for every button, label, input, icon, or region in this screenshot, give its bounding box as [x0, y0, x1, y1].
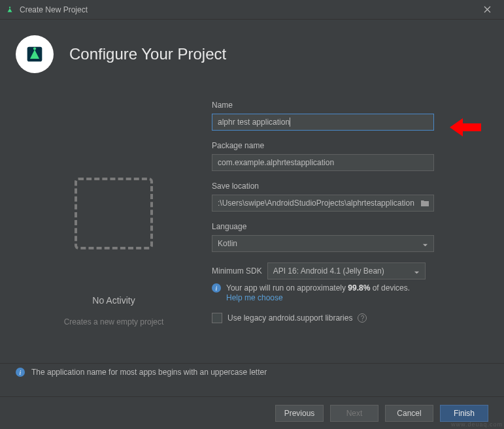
svg-point-1 [33, 47, 36, 50]
cancel-button[interactable]: Cancel [385, 405, 433, 422]
save-location-value: :\Users\swipe\AndroidStudioProjects\alph… [218, 199, 414, 208]
wizard-footer: Previous Next Cancel Finish [0, 396, 504, 429]
chevron-down-icon [414, 268, 420, 278]
minimum-sdk-label: Minimum SDK [212, 266, 262, 276]
save-location-label: Save location [212, 182, 488, 191]
language-value: Kotlin [218, 239, 237, 248]
package-input[interactable]: com.example.alphrtestapplication [212, 154, 434, 171]
package-input-value: com.example.alphrtestapplication [218, 158, 334, 167]
wizard-header: Configure Your Project [0, 20, 504, 93]
browse-folder-icon[interactable] [420, 198, 430, 208]
minimum-sdk-value: API 16: Android 4.1 (Jelly Bean) [273, 266, 384, 276]
activity-preview-placeholder [75, 178, 153, 249]
watermark-text: www.deuaq.com [451, 421, 503, 428]
name-input[interactable]: alphr test application [212, 114, 434, 131]
page-title: Configure Your Project [69, 45, 226, 63]
previous-button[interactable]: Previous [275, 405, 324, 422]
name-input-value: alphr test application [218, 118, 290, 127]
chevron-down-icon [422, 241, 428, 250]
language-select[interactable]: Kotlin [212, 235, 434, 252]
help-icon[interactable]: ? [358, 313, 367, 323]
info-icon: i [212, 283, 221, 293]
help-me-choose-link[interactable]: Help me choose [226, 293, 283, 302]
window-title: Create New Project [20, 5, 475, 14]
validation-hint-text: The application name for most apps begin… [31, 368, 267, 377]
form-pane: Name alphr test application Package name… [212, 93, 488, 326]
device-coverage-text: Your app will run on approximately 99.8%… [226, 283, 410, 293]
validation-hint-bar: i The application name for most apps beg… [0, 363, 504, 381]
close-button[interactable] [475, 1, 499, 19]
save-location-input[interactable]: :\Users\swipe\AndroidStudioProjects\alph… [212, 195, 434, 212]
legacy-support-label: Use legacy android.support libraries [227, 313, 352, 323]
package-label: Package name [212, 141, 488, 150]
minimum-sdk-select[interactable]: API 16: Android 4.1 (Jelly Bean) [267, 262, 426, 279]
activity-description: Creates a new empty project [64, 317, 164, 326]
text-caret [290, 118, 290, 127]
info-icon: i [16, 368, 25, 377]
name-label: Name [212, 101, 488, 110]
activity-name: No Activity [92, 295, 135, 306]
next-button: Next [330, 405, 378, 422]
android-studio-icon [5, 5, 14, 14]
activity-preview-pane: No Activity Creates a new empty project [16, 93, 212, 326]
legacy-support-checkbox[interactable] [212, 313, 222, 323]
android-studio-logo [16, 35, 54, 73]
language-label: Language [212, 222, 488, 231]
finish-button[interactable]: Finish [440, 405, 488, 422]
titlebar: Create New Project [0, 0, 504, 20]
